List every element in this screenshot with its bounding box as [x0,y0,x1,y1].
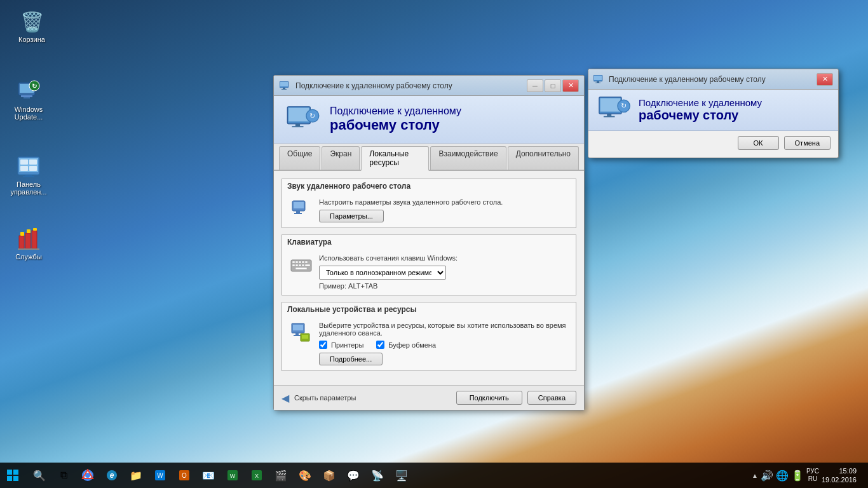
sound-desc: Настроить параметры звука удаленного раб… [319,198,568,206]
keyboard-mode-select[interactable]: Только в полноэкранном режиме [319,266,446,280]
services-label: Службы [15,253,42,261]
desktop-icon-windows-update[interactable]: ↻ Windows Update... [3,76,54,123]
control-panel-label: Панель управлен... [6,180,51,196]
printers-checkbox-row[interactable]: Принтеры [319,341,363,349]
sound-section: Звук удаленного рабочего стола Настроить… [281,179,576,228]
explorer-icon[interactable]: 📁 [125,464,147,487]
keyboard-section-body: Использовать сочетания клавиш Windows: Т… [282,249,576,295]
local-section-title: Локальные устройства и ресурсы [282,302,576,316]
app11-icon[interactable]: 🎨 [294,464,316,487]
search-taskbar-icon[interactable]: 🔍 [28,464,51,487]
language-indicator[interactable]: РУС RU [806,468,819,483]
svg-rect-37 [295,261,298,263]
app10-icon[interactable]: 🎬 [269,464,292,487]
svg-rect-9 [29,159,37,165]
taskbar: 🔍 ⧉ e 📁 W O [0,463,868,488]
keyboard-section-title: Клавиатура [282,235,576,249]
app15-icon[interactable]: 🖥️ [390,464,413,487]
main-dialog-title-icon [279,79,292,92]
app5-icon[interactable]: W [149,464,172,487]
second-dialog-header-text: Подключение к удаленному рабочему столу [639,97,762,123]
app6-icon[interactable]: O [173,464,196,487]
close-button[interactable]: ✕ [562,79,579,92]
svg-text:↻: ↻ [309,111,315,119]
svg-text:X: X [255,473,259,479]
sound-section-content: Настроить параметры звука удаленного раб… [319,198,568,222]
details-button[interactable]: Подробнее... [319,353,383,365]
svg-rect-17 [18,248,39,250]
ie-icon[interactable]: e [100,464,123,487]
second-dialog-close[interactable]: ✕ [817,73,833,86]
svg-rect-45 [305,264,310,266]
keyboard-icon [290,254,313,277]
svg-rect-18 [20,232,24,236]
minimize-button[interactable]: ─ [527,79,543,92]
tab-screen[interactable]: Экран [322,146,360,170]
header-line1: Подключение к удаленному [330,105,461,117]
main-dialog-controls: ─ □ ✕ [527,79,579,92]
printers-checkbox[interactable] [319,341,327,349]
app13-icon[interactable]: 💬 [342,464,365,487]
hide-params-label[interactable]: Скрыть параметры [294,394,451,402]
tray-battery[interactable]: 🔋 [791,470,804,482]
desktop-icon-control-panel[interactable]: Панель управлен... [3,151,54,198]
app7-icon[interactable]: 📧 [197,464,220,487]
svg-rect-52 [302,335,308,339]
checkbox-group: Принтеры Буфер обмена [319,341,568,349]
second-header-line2: рабочему столу [639,108,762,123]
svg-text:W: W [230,473,236,479]
tab-interaction[interactable]: Взаимодействие [430,146,506,170]
tray-expand[interactable]: ▲ [752,472,758,479]
svg-rect-34 [294,213,302,214]
clipboard-checkbox-row[interactable]: Буфер обмена [376,341,436,349]
control-panel-icon [16,154,41,179]
svg-rect-10 [20,166,28,171]
svg-rect-46 [295,268,307,269]
clipboard-label: Буфер обмена [388,341,436,349]
clock[interactable]: 15:09 19.02.2016 [822,466,857,485]
svg-rect-14 [19,236,24,248]
maximize-button[interactable]: □ [545,79,561,92]
svg-rect-44 [302,264,304,266]
windows-update-label: Windows Update... [6,105,51,121]
local-desc: Выберите устройства и ресурсы, которые в… [319,322,568,337]
svg-rect-32 [294,202,304,208]
svg-rect-12 [25,175,32,176]
lang-top: РУС [806,468,819,475]
desktop-icon-recycle-bin[interactable]: 🗑️ Корзина [6,6,57,46]
start-button[interactable] [0,463,25,488]
cancel-button[interactable]: Отмена [784,136,831,150]
desktop-icon-services[interactable]: Службы [3,224,54,263]
main-dialog-body: Звук удаленного рабочего стола Настроить… [274,171,584,385]
task-view-icon[interactable]: ⧉ [52,464,75,487]
app14-icon[interactable]: 📡 [366,464,389,487]
tab-local-resources[interactable]: Локальные ресурсы [361,146,429,171]
clipboard-checkbox[interactable] [376,341,384,349]
tray-volume[interactable]: 🔊 [761,470,773,482]
svg-rect-40 [305,261,308,263]
second-dialog: Подключение к удаленному рабочему столу … [588,69,839,158]
sound-params-button[interactable]: Параметры... [319,210,384,222]
tab-general[interactable]: Общие [279,146,320,170]
svg-text:e: e [110,471,114,480]
bottom-bar: ◀ Скрыть параметры Подключить Справка [274,385,584,410]
tab-advanced[interactable]: Дополнительно [508,146,579,170]
connect-button[interactable]: Подключить [456,391,522,405]
keyboard-section: Клавиатура [281,234,576,295]
help-button[interactable]: Справка [527,391,576,405]
windows-update-icon: ↻ [16,79,41,104]
svg-rect-36 [292,261,295,263]
tabs-bar: Общие Экран Локальные ресурсы Взаимодейс… [274,144,584,171]
svg-text:↻: ↻ [621,102,627,109]
app12-icon[interactable]: 📦 [318,464,341,487]
tray-network[interactable]: 🌐 [776,470,789,482]
svg-text:O: O [182,472,187,479]
main-dialog-titlebar: Подключение к удаленному рабочему столу … [274,76,584,96]
svg-rect-50 [294,335,301,336]
chrome-icon[interactable] [76,464,99,487]
svg-rect-55 [597,81,599,83]
ok-button[interactable]: ОК [738,136,779,150]
svg-rect-59 [607,114,611,116]
app8-icon[interactable]: W [221,464,244,487]
app9-icon[interactable]: X [245,464,268,487]
